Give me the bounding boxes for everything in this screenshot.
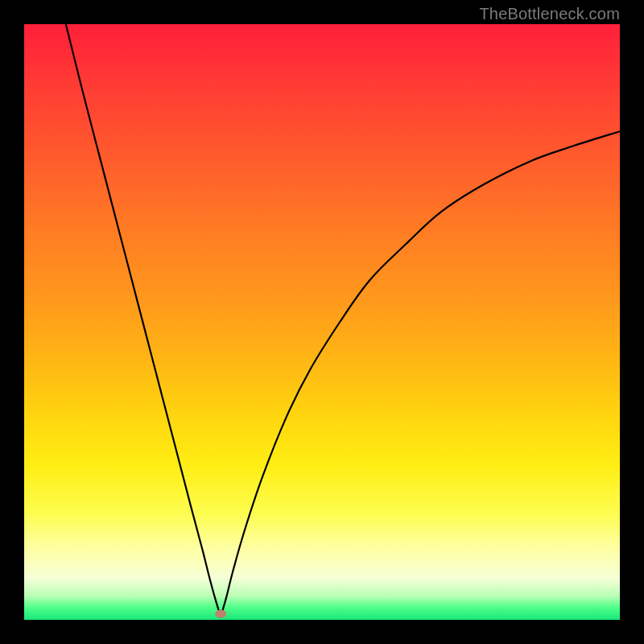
curve-svg [24,24,620,620]
chart-frame: TheBottleneck.com [0,0,644,644]
watermark-text: TheBottleneck.com [479,5,620,23]
plot-area [24,24,620,620]
curve-right-branch [221,131,620,617]
minimum-marker [215,610,226,618]
curve-left-branch [66,24,221,617]
